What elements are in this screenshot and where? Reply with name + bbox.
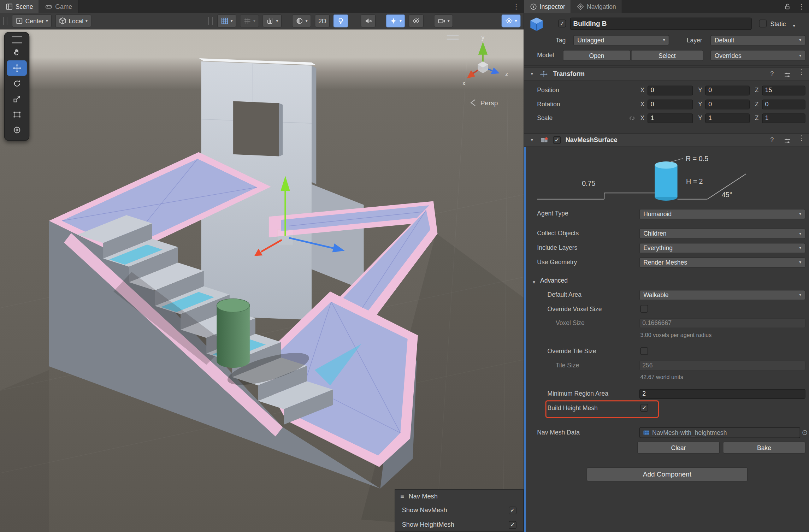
add-component-button[interactable]: Add Component bbox=[587, 467, 748, 481]
transform-help-icon[interactable]: ? bbox=[770, 70, 774, 77]
collect-objects-dropdown[interactable]: Children▾ bbox=[639, 229, 805, 239]
scale-z-field[interactable]: 1 bbox=[762, 113, 805, 123]
scale-label: Scale bbox=[537, 113, 553, 123]
static-checkbox[interactable]: ✓ bbox=[759, 19, 767, 27]
include-layers-dropdown[interactable]: Everything▾ bbox=[639, 243, 805, 253]
scene-lighting-toggle[interactable] bbox=[333, 14, 348, 28]
override-tile-size-checkbox[interactable]: ✓ bbox=[640, 347, 648, 355]
position-x-field[interactable]: 0 bbox=[648, 85, 693, 95]
transform-presets-icon[interactable] bbox=[784, 71, 791, 78]
axis-z-label: Z bbox=[755, 100, 759, 110]
clear-button[interactable]: Clear bbox=[637, 442, 720, 454]
tag-dropdown[interactable]: Untagged▾ bbox=[573, 35, 669, 45]
model-open-button[interactable]: Open bbox=[563, 50, 630, 61]
show-navmesh-checkbox[interactable]: ✓ bbox=[509, 506, 516, 514]
scene-pane-menu-icon[interactable]: ⋮ bbox=[509, 0, 524, 13]
move-tool-button[interactable] bbox=[7, 60, 27, 76]
voxel-size-label: Voxel Size bbox=[556, 318, 585, 328]
toolbar-drag-handle[interactable] bbox=[3, 17, 7, 25]
navmeshsurface-enabled-checkbox[interactable]: ✓ bbox=[553, 136, 561, 144]
advanced-foldout-icon[interactable]: ▼ bbox=[532, 276, 536, 289]
link-scale-icon[interactable] bbox=[628, 114, 636, 122]
default-area-label: Default Area bbox=[548, 290, 581, 300]
position-z-field[interactable]: 15 bbox=[762, 85, 805, 95]
gameobject-name-field[interactable]: Building B bbox=[570, 18, 752, 30]
position-y-field[interactable]: 0 bbox=[705, 85, 750, 95]
advanced-label[interactable]: Advanced bbox=[540, 276, 568, 286]
model-label: Model bbox=[537, 51, 554, 60]
minimum-region-area-label: Minimum Region Area bbox=[548, 389, 608, 399]
show-heightmesh-checkbox[interactable]: ✓ bbox=[509, 521, 516, 528]
build-height-mesh-checkbox[interactable]: ✓ bbox=[640, 404, 648, 412]
prefab-cube-icon[interactable] bbox=[528, 16, 545, 32]
audio-mute-toggle[interactable] bbox=[361, 14, 376, 28]
diagram-slope-label: 45° bbox=[722, 191, 732, 199]
navmeshsurface-menu-icon[interactable]: ⋮ bbox=[798, 134, 805, 142]
grid-visibility-button[interactable]: ▾ bbox=[217, 14, 236, 28]
transform-foldout-icon[interactable]: ▼ bbox=[530, 67, 534, 81]
axis-x-label: X bbox=[640, 113, 644, 123]
rotation-x-field[interactable]: 0 bbox=[648, 100, 693, 110]
default-area-dropdown[interactable]: Walkable▾ bbox=[639, 290, 805, 300]
transform-menu-icon[interactable]: ⋮ bbox=[798, 68, 805, 76]
axis-z-label: z bbox=[505, 71, 508, 77]
pivot-mode-dropdown[interactable]: Center▾ bbox=[12, 14, 52, 28]
tile-size-field: 256 bbox=[639, 361, 805, 371]
rotation-y-field[interactable]: 0 bbox=[705, 100, 750, 110]
scale-y-field[interactable]: 1 bbox=[705, 113, 750, 123]
navmeshsurface-help-icon[interactable]: ? bbox=[770, 136, 774, 143]
game-tab-icon bbox=[45, 3, 53, 10]
lock-icon[interactable] bbox=[784, 3, 791, 10]
scale-x-field[interactable]: 1 bbox=[648, 113, 693, 123]
scale-tool-button[interactable] bbox=[7, 91, 27, 107]
persp-label[interactable]: Persp bbox=[480, 99, 498, 107]
green-cylinder[interactable] bbox=[217, 299, 249, 368]
override-voxel-size-checkbox[interactable]: ✓ bbox=[640, 305, 648, 313]
tab-navigation[interactable]: Navigation bbox=[571, 0, 622, 13]
rotation-z-field[interactable]: 0 bbox=[762, 100, 805, 110]
rotate-tool-button[interactable] bbox=[7, 76, 27, 91]
rect-tool-button[interactable] bbox=[7, 107, 27, 122]
nav-mesh-data-field[interactable]: NavMesh-with_heightmesh bbox=[639, 427, 800, 438]
effects-toggle[interactable]: ▾ bbox=[386, 14, 405, 28]
scene-viewport[interactable]: y x z Persp bbox=[0, 29, 524, 532]
axis-y-label: Y bbox=[698, 100, 702, 110]
default-area-value: Walkable bbox=[643, 291, 799, 298]
build-height-mesh-label: Build Height Mesh bbox=[548, 403, 598, 413]
overrides-dropdown[interactable]: Overrides▾ bbox=[710, 50, 805, 61]
snap-increment-button[interactable]: ▾ bbox=[262, 14, 282, 28]
agent-type-label: Agent Type bbox=[537, 209, 568, 219]
rect-tool-icon bbox=[12, 110, 21, 119]
tab-scene[interactable]: Scene bbox=[0, 0, 39, 13]
use-geometry-dropdown[interactable]: Render Meshes▾ bbox=[639, 258, 805, 268]
palette-drag-handle-icon[interactable] bbox=[12, 36, 22, 43]
tab-game[interactable]: Game bbox=[39, 0, 78, 13]
shading-mode-dropdown[interactable]: ▾ bbox=[292, 14, 311, 28]
scene-visibility-toggle[interactable] bbox=[409, 14, 424, 28]
gizmos-toggle[interactable]: ▾ bbox=[502, 14, 521, 28]
tab-inspector[interactable]: Inspector bbox=[524, 0, 571, 13]
hand-tool-button[interactable] bbox=[7, 45, 27, 60]
caret-icon: ▾ bbox=[799, 212, 801, 216]
transform-tool-button[interactable] bbox=[7, 122, 27, 138]
toolbar-drag-handle[interactable] bbox=[208, 17, 213, 25]
rotation-mode-dropdown[interactable]: Local▾ bbox=[55, 14, 91, 28]
grid-snap-button[interactable]: ▾ bbox=[240, 14, 259, 28]
navmesh-panel-handle-icon[interactable]: ≡ bbox=[400, 493, 404, 500]
minimum-region-area-field[interactable]: 2 bbox=[639, 389, 805, 399]
layer-dropdown[interactable]: Default▾ bbox=[710, 35, 805, 45]
navmeshsurface-foldout-icon[interactable]: ▼ bbox=[530, 134, 534, 147]
bake-button[interactable]: Bake bbox=[723, 442, 805, 454]
object-picker-icon[interactable]: ⊙ bbox=[802, 428, 808, 436]
active-checkbox[interactable]: ✓ bbox=[558, 19, 566, 27]
model-select-button[interactable]: Select bbox=[631, 50, 703, 61]
inspector-menu-icon[interactable]: ⋮ bbox=[794, 2, 809, 10]
static-flags-caret-icon[interactable]: ▾ bbox=[793, 21, 795, 31]
2d-view-toggle[interactable]: 2D bbox=[315, 14, 330, 28]
unity-editor: Scene Game ⋮ Center▾ Local▾ bbox=[0, 0, 809, 532]
navmeshsurface-presets-icon[interactable] bbox=[784, 137, 791, 144]
hand-icon bbox=[12, 48, 21, 57]
agent-type-dropdown[interactable]: Humanoid▾ bbox=[639, 209, 805, 219]
axis-y-label: Y bbox=[698, 113, 702, 123]
camera-settings-dropdown[interactable]: ▾ bbox=[434, 14, 453, 28]
